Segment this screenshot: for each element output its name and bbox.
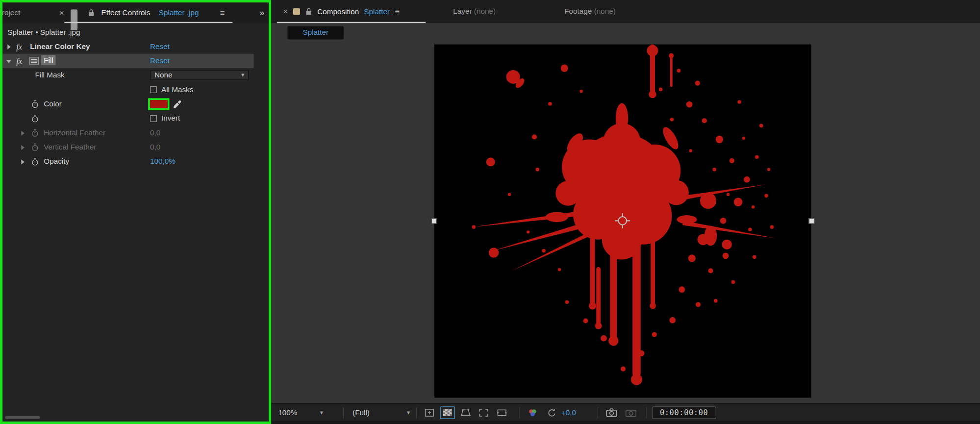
effect-row-fill: fx Fill Reset bbox=[2, 54, 254, 68]
collapse-icon[interactable] bbox=[6, 60, 11, 63]
close-icon[interactable]: × bbox=[59, 2, 64, 23]
prop-row-color: Color bbox=[2, 97, 269, 111]
tab-composition-title[interactable]: Composition bbox=[317, 7, 359, 16]
stopwatch-icon[interactable] bbox=[31, 143, 39, 151]
show-snapshot-icon[interactable] bbox=[624, 406, 639, 419]
prop-label: Opacity bbox=[44, 154, 69, 169]
panel-icon bbox=[71, 9, 77, 30]
timecode-display[interactable]: 0:00:00:00 bbox=[652, 406, 716, 419]
tab-project-partial[interactable]: roject bbox=[2, 2, 20, 23]
tab-effect-controls-target[interactable]: Splatter .jpg bbox=[159, 2, 199, 23]
tab-composition-name[interactable]: Splatter bbox=[364, 7, 390, 16]
mask-visibility-icon[interactable] bbox=[458, 406, 474, 419]
prop-value[interactable]: 0,0 bbox=[150, 125, 160, 140]
prop-row-opacity: Opacity 100,0% bbox=[2, 154, 269, 169]
color-swatch-fill bbox=[150, 100, 168, 108]
toolbar-divider bbox=[416, 407, 417, 418]
prop-label: Fill Mask bbox=[35, 68, 64, 82]
expander-icon[interactable] bbox=[21, 159, 24, 164]
invert-checkbox[interactable] bbox=[150, 115, 157, 122]
lock-icon[interactable] bbox=[305, 7, 312, 16]
effect-name[interactable]: Linear Color Key bbox=[30, 39, 90, 53]
tab-footage-value: (none) bbox=[594, 7, 616, 16]
reset-link[interactable]: Reset bbox=[150, 39, 170, 53]
stopwatch-icon[interactable] bbox=[31, 129, 39, 137]
effect-icon bbox=[29, 57, 39, 65]
reset-link[interactable]: Reset bbox=[150, 54, 170, 68]
toolbar-divider bbox=[646, 407, 647, 418]
color-swatch[interactable] bbox=[148, 98, 169, 110]
active-tab-underline bbox=[277, 22, 426, 24]
horizontal-scrollbar-thumb[interactable] bbox=[5, 416, 40, 419]
overflow-icon[interactable]: » bbox=[259, 2, 264, 23]
expander-icon[interactable] bbox=[21, 145, 24, 150]
prop-row-fill-mask: Fill Mask None ▾ bbox=[2, 68, 269, 82]
grid-options-icon[interactable] bbox=[422, 406, 437, 419]
expander-icon[interactable] bbox=[21, 131, 24, 136]
lock-icon[interactable] bbox=[87, 9, 95, 29]
zoom-dropdown[interactable]: 100% ▾ bbox=[278, 408, 323, 417]
stopwatch-icon[interactable] bbox=[31, 158, 39, 166]
tab-effect-controls[interactable]: Effect Controls bbox=[101, 2, 151, 23]
prop-label: Vertical Feather bbox=[44, 140, 96, 154]
chevron-down-icon: ▾ bbox=[407, 409, 410, 416]
reset-exposure-icon[interactable] bbox=[544, 406, 559, 419]
toolbar-divider bbox=[519, 407, 520, 418]
transparency-grid-icon[interactable] bbox=[440, 406, 455, 419]
source-line: Splatter • Splatter .jpg bbox=[2, 26, 269, 40]
effect-controls-panel: roject × Effect Controls Splatter .jpg ≡… bbox=[0, 0, 271, 424]
prop-row-invert: Invert bbox=[2, 111, 269, 125]
tab-composition[interactable]: × Composition Splatter ≡ bbox=[277, 0, 406, 23]
composition-canvas[interactable] bbox=[434, 45, 811, 398]
tab-layer-title: Layer bbox=[453, 7, 472, 16]
viewer-tab-strip: × Composition Splatter ≡ Layer (none) Fo… bbox=[271, 0, 980, 23]
composition-navigator-button[interactable]: Splatter bbox=[287, 26, 344, 40]
stopwatch-icon[interactable] bbox=[31, 114, 39, 123]
resolution-value: (Full) bbox=[352, 408, 370, 417]
toolbar-divider bbox=[597, 407, 598, 418]
prop-row-vertical-feather: Vertical Feather 0,0 bbox=[2, 140, 269, 154]
prop-row-horizontal-feather: Horizontal Feather 0,0 bbox=[2, 125, 269, 140]
all-masks-checkbox[interactable] bbox=[150, 86, 157, 93]
tab-layer[interactable]: Layer (none) bbox=[453, 0, 496, 23]
region-of-interest-icon[interactable] bbox=[476, 406, 491, 419]
zoom-value: 100% bbox=[278, 408, 297, 417]
fx-badge[interactable]: fx bbox=[16, 54, 22, 68]
invert-label: Invert bbox=[161, 111, 180, 125]
fill-mask-dropdown[interactable]: None ▾ bbox=[150, 70, 249, 80]
composition-viewer-panel: × Composition Splatter ≡ Layer (none) Fo… bbox=[271, 0, 980, 424]
after-effects-window: roject × Effect Controls Splatter .jpg ≡… bbox=[0, 0, 980, 424]
tab-footage[interactable]: Footage (none) bbox=[564, 0, 616, 23]
panel-icon bbox=[293, 8, 300, 15]
fx-badge[interactable]: fx bbox=[16, 39, 22, 53]
panel-menu-icon[interactable]: ≡ bbox=[220, 2, 225, 23]
prop-label: Horizontal Feather bbox=[44, 125, 105, 140]
prop-label: Color bbox=[44, 97, 62, 111]
active-tab-underline bbox=[64, 22, 232, 24]
effect-row-linear-color-key: fx Linear Color Key Reset bbox=[2, 39, 269, 53]
layer-handle-right[interactable] bbox=[809, 218, 814, 224]
effect-controls-tab-strip: roject × Effect Controls Splatter .jpg ≡… bbox=[2, 2, 269, 23]
prop-value[interactable]: 100,0% bbox=[150, 154, 176, 169]
prop-value[interactable]: 0,0 bbox=[150, 140, 160, 154]
chevron-down-icon: ▾ bbox=[320, 409, 323, 416]
tab-layer-value: (none) bbox=[474, 7, 496, 16]
snapshot-camera-icon[interactable] bbox=[604, 406, 619, 419]
exposure-value[interactable]: +0,0 bbox=[561, 408, 576, 417]
stopwatch-icon[interactable] bbox=[31, 100, 39, 108]
resolution-dropdown[interactable]: (Full) ▾ bbox=[352, 408, 410, 417]
chevron-down-icon: ▾ bbox=[241, 71, 244, 79]
viewer-toolbar: 100% ▾ (Full) ▾ bbox=[271, 403, 980, 421]
channels-icon[interactable] bbox=[525, 406, 540, 419]
checkerboard bbox=[443, 409, 452, 416]
effect-name-selected[interactable]: Fill bbox=[41, 55, 56, 65]
eyedropper-icon[interactable] bbox=[173, 100, 182, 109]
panel-menu-icon[interactable]: ≡ bbox=[395, 7, 400, 16]
guides-frame-icon[interactable] bbox=[494, 406, 509, 419]
expander-icon[interactable] bbox=[7, 45, 10, 50]
panel-bottom-edge bbox=[271, 421, 980, 424]
anchor-point-icon[interactable] bbox=[614, 213, 630, 229]
all-masks-label: All Masks bbox=[161, 82, 193, 97]
layer-handle-left[interactable] bbox=[431, 218, 437, 224]
close-icon[interactable]: × bbox=[283, 7, 288, 16]
